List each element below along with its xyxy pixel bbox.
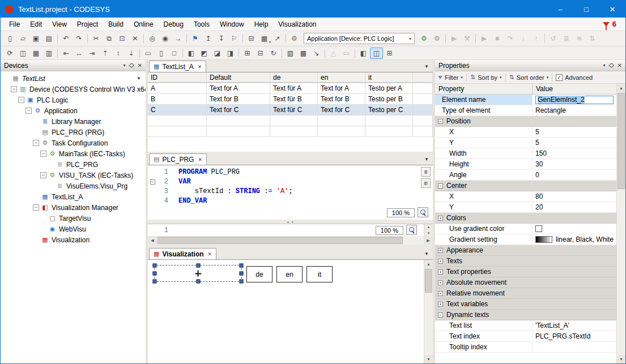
advanced-checkbox[interactable]: ✓: [556, 74, 563, 81]
cut-icon[interactable]: ✂: [90, 33, 103, 44]
cell[interactable]: [148, 115, 207, 126]
tree-item-task-configuration[interactable]: −⚙Task Configuration: [1, 138, 146, 148]
property-row-tooltip-index[interactable]: Tooltip index: [435, 342, 616, 353]
rotation-anchor-icon[interactable]: [195, 271, 201, 277]
panel-close-icon[interactable]: ✕: [618, 62, 622, 68]
cell[interactable]: [207, 115, 270, 126]
table-options-icon[interactable]: ▦▾: [258, 33, 271, 44]
cell[interactable]: Text for C: [318, 105, 365, 115]
editor-splitter[interactable]: ▲ ▼: [148, 220, 433, 224]
scrollbar-thumb[interactable]: [157, 237, 403, 244]
delete-icon[interactable]: ✕: [129, 33, 142, 44]
property-row-y[interactable]: Y20: [435, 202, 616, 213]
panel-menu-caret-icon[interactable]: ▾: [603, 63, 606, 68]
property-group-position[interactable]: −Position: [435, 116, 616, 127]
scroll-down-icon[interactable]: ▼: [424, 355, 433, 363]
textlist-row-b[interactable]: BText for BText für BText for BTesto per…: [148, 94, 433, 105]
next-bookmark-icon[interactable]: ↧: [215, 33, 228, 44]
tab-list-caret-icon[interactable]: ▼: [424, 157, 429, 162]
scroll-right-icon[interactable]: ▶: [424, 236, 433, 245]
pin-icon[interactable]: [608, 63, 614, 68]
replace-icon[interactable]: ◉: [159, 33, 172, 44]
menu-window[interactable]: Window: [215, 18, 249, 31]
sort-by-caret-icon[interactable]: ▾: [500, 75, 502, 80]
collapse-icon[interactable]: −: [25, 108, 32, 114]
minimize-button[interactable]: –: [547, 1, 573, 18]
textlist-row-a[interactable]: AText for AText für AText for ATesto per…: [148, 83, 433, 94]
panel-menu-caret-icon[interactable]: ▾: [124, 63, 126, 68]
selection-handle[interactable]: [196, 264, 200, 268]
align-horizontal-center-icon[interactable]: ↔: [73, 48, 86, 59]
selection-handle[interactable]: [240, 264, 244, 268]
property-value[interactable]: GenElemInst_2: [533, 95, 616, 105]
collapse-icon[interactable]: −: [438, 312, 443, 318]
cell[interactable]: Text for A: [207, 83, 270, 93]
property-row-element-name[interactable]: Element nameGenElemInst_2: [435, 95, 616, 105]
layout-grid-icon[interactable]: ⊞: [383, 48, 396, 59]
menu-online[interactable]: Online: [129, 18, 159, 31]
tree-item-plc-prg-prg[interactable]: ▤PLC_PRG (PRG): [1, 127, 146, 138]
property-column-header[interactable]: Property: [435, 84, 533, 94]
scrollbar-track[interactable]: [617, 190, 625, 355]
selection-handle[interactable]: [196, 280, 200, 284]
collapse-icon[interactable]: −: [33, 204, 39, 211]
gradient-color-checkbox[interactable]: [535, 225, 542, 232]
visualization-canvas[interactable]: deenit ▲ ▼: [148, 259, 433, 363]
devices-root-dropdown-icon[interactable]: ▼: [137, 76, 141, 81]
copy-icon[interactable]: ⧉: [103, 33, 116, 44]
visu-button-en[interactable]: en: [276, 266, 303, 282]
build-icon[interactable]: ⚙: [288, 33, 301, 44]
editor-zoom-level[interactable]: 100 %: [387, 208, 415, 217]
expand-icon[interactable]: +: [438, 216, 443, 221]
compile-icon[interactable]: ⚙: [418, 33, 431, 44]
selection-handle[interactable]: [240, 272, 244, 276]
cell[interactable]: C: [148, 105, 207, 115]
menu-debug[interactable]: Debug: [159, 18, 189, 31]
selected-rectangle-element[interactable]: [154, 265, 242, 282]
scroll-down-icon[interactable]: ▼: [424, 230, 433, 237]
redo-icon[interactable]: ↷: [73, 33, 86, 44]
print-icon[interactable]: ▤: [42, 33, 56, 44]
property-value[interactable]: Rectangle: [533, 105, 616, 115]
send-to-back-icon[interactable]: ◨: [224, 48, 237, 59]
collapse-icon[interactable]: −: [438, 119, 443, 124]
property-value[interactable]: 0: [533, 170, 616, 180]
property-group-text-properties[interactable]: +Text properties: [435, 267, 616, 277]
property-value[interactable]: 5: [533, 127, 616, 137]
tree-item-visualization[interactable]: ▦Visualization: [1, 234, 146, 245]
tab-visualization[interactable]: ▦ Visualization ✕: [149, 248, 216, 259]
property-group-center[interactable]: −Center: [435, 181, 616, 191]
visu-button-it[interactable]: it: [306, 266, 333, 282]
sort-order-label[interactable]: Sort order: [517, 74, 544, 81]
scroll-up-icon[interactable]: ▲: [617, 84, 625, 92]
tab-close-icon[interactable]: ✕: [198, 64, 202, 70]
generate-code-icon[interactable]: ⚙: [431, 33, 444, 44]
tree-item-textlist-a[interactable]: ▦TextList_A: [1, 191, 146, 202]
tab-list-caret-icon[interactable]: ▼: [424, 64, 429, 69]
tab-close-icon[interactable]: ✕: [198, 157, 202, 162]
property-row-angle[interactable]: Angle0: [435, 170, 616, 181]
align-left-icon[interactable]: ⇤: [59, 48, 73, 59]
cell[interactable]: A: [148, 83, 207, 93]
previous-bookmark-icon[interactable]: ↥: [202, 33, 215, 44]
tree-item-device-codesys-control-win-v3-x64[interactable]: −▥Device (CODESYS Control Win V3 x64): [1, 84, 146, 95]
pin-icon[interactable]: [129, 63, 134, 68]
tree-item-textlist[interactable]: ▦TextList▼: [1, 73, 146, 84]
tree-item-maintask-iec-tasks[interactable]: −⚙MainTask (IEC-Tasks): [1, 148, 146, 159]
body-editor-pane[interactable]: 1 100 % ▲ ▼: [148, 224, 433, 236]
tree-item-plc-logic[interactable]: −▣PLC Logic: [1, 95, 146, 105]
body-editor-scrollbar[interactable]: ▲ ▼: [424, 224, 433, 236]
rotate-element-icon[interactable]: ↻: [267, 48, 280, 59]
scroll-up-icon[interactable]: ▲: [424, 260, 433, 268]
selection-handle[interactable]: [153, 264, 157, 268]
selection-handle[interactable]: [153, 272, 157, 276]
textlist-row-c[interactable]: CText for CText für CText for CTesto per…: [148, 105, 433, 115]
toggle-bookmark-icon[interactable]: ⚑: [189, 33, 202, 44]
properties-vertical-scrollbar[interactable]: ▲ ▼: [616, 84, 625, 363]
tree-item-library-manager[interactable]: ≣Library Manager: [1, 116, 146, 127]
property-group-texts[interactable]: +Texts: [435, 256, 616, 267]
cell[interactable]: Text for B: [207, 94, 270, 104]
property-value[interactable]: linear, Black, White: [533, 234, 616, 245]
body-zoom-icon[interactable]: [406, 225, 417, 235]
message-filter-icon[interactable]: [603, 22, 610, 27]
